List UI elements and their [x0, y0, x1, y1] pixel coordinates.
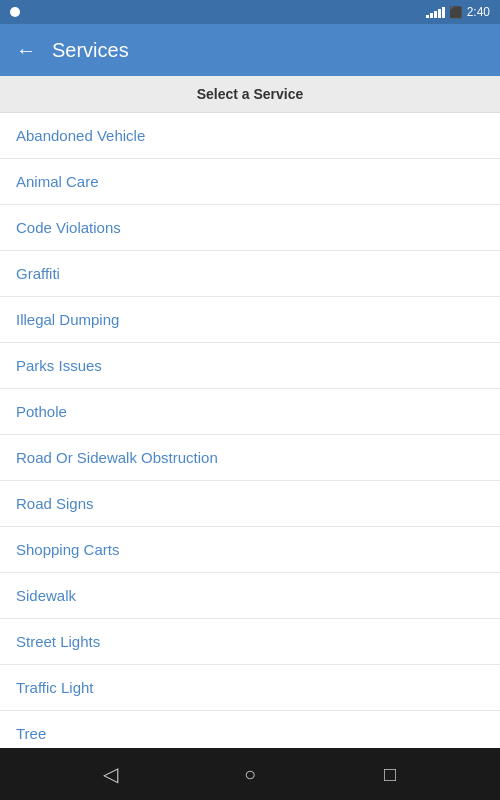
- nav-recent-button[interactable]: □: [370, 754, 410, 794]
- time-display: 2:40: [467, 5, 490, 19]
- bottom-nav: ◁ ○ □: [0, 748, 500, 800]
- list-item[interactable]: Tree: [0, 711, 500, 748]
- list-item[interactable]: Animal Care: [0, 159, 500, 205]
- nav-back-button[interactable]: ◁: [90, 754, 130, 794]
- list-item[interactable]: Code Violations: [0, 205, 500, 251]
- section-header: Select a Service: [0, 76, 500, 113]
- list-item[interactable]: Graffiti: [0, 251, 500, 297]
- list-item[interactable]: Road Signs: [0, 481, 500, 527]
- back-button[interactable]: ←: [16, 39, 36, 62]
- list-item[interactable]: Pothole: [0, 389, 500, 435]
- list-item[interactable]: Traffic Light: [0, 665, 500, 711]
- status-dot: [10, 7, 20, 17]
- list-item[interactable]: Parks Issues: [0, 343, 500, 389]
- nav-home-button[interactable]: ○: [230, 754, 270, 794]
- list-item[interactable]: Illegal Dumping: [0, 297, 500, 343]
- status-bar-left: [10, 7, 20, 17]
- list-item[interactable]: Sidewalk: [0, 573, 500, 619]
- signal-icon: [426, 6, 445, 18]
- list-item[interactable]: Abandoned Vehicle: [0, 113, 500, 159]
- list-item[interactable]: Shopping Carts: [0, 527, 500, 573]
- list-item[interactable]: Street Lights: [0, 619, 500, 665]
- service-list: Abandoned VehicleAnimal CareCode Violati…: [0, 113, 500, 748]
- status-bar: ⬛ 2:40: [0, 0, 500, 24]
- battery-icon: ⬛: [449, 6, 463, 19]
- list-item[interactable]: Road Or Sidewalk Obstruction: [0, 435, 500, 481]
- app-bar: ← Services: [0, 24, 500, 76]
- status-bar-right: ⬛ 2:40: [426, 5, 490, 19]
- app-bar-title: Services: [52, 39, 129, 62]
